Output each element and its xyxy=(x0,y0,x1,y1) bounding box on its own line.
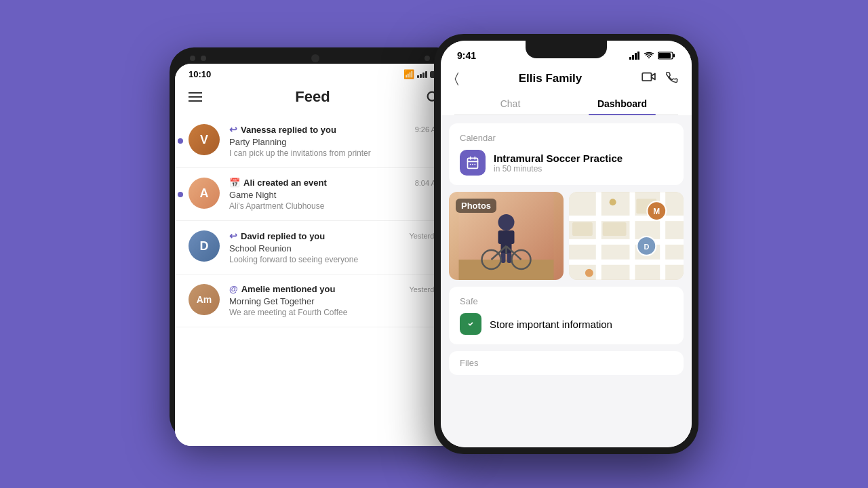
files-card[interactable]: Files xyxy=(449,351,684,375)
svg-rect-28 xyxy=(569,216,684,221)
hamburger-icon[interactable] xyxy=(189,92,202,102)
calendar-section-label: Calendar xyxy=(460,133,673,143)
iphone: 9:41 xyxy=(434,34,698,454)
iphone-tabs: Chat Dashboard xyxy=(454,93,678,115)
calendar-icon xyxy=(460,150,486,176)
wifi-icon xyxy=(644,52,654,60)
feed-item[interactable]: A 📅 Ali created an event 8:04 AM Game Ni… xyxy=(175,168,456,221)
feed-item-subtitle: School Reunion xyxy=(229,243,442,253)
svg-rect-15 xyxy=(459,260,554,280)
svg-rect-32 xyxy=(629,192,635,279)
svg-rect-29 xyxy=(569,239,684,245)
svg-rect-18 xyxy=(498,230,504,244)
svg-rect-11 xyxy=(470,164,471,165)
unread-dot xyxy=(178,138,183,144)
tab-dashboard[interactable]: Dashboard xyxy=(566,93,678,115)
feed-item-header: ↩ Vanessa replied to you 9:26 AM xyxy=(229,124,442,135)
svg-point-41 xyxy=(585,269,593,277)
iphone-status-icons xyxy=(629,52,675,60)
svg-rect-9 xyxy=(642,73,651,81)
svg-rect-13 xyxy=(475,164,476,165)
svg-point-16 xyxy=(498,214,515,230)
feed-item[interactable]: Am @ Amelie mentioned you Yesterday Morn… xyxy=(175,274,456,327)
call-icons xyxy=(642,71,678,86)
phones-container: 10:10 📶 xyxy=(170,34,698,454)
safe-card[interactable]: Safe Store important information xyxy=(449,287,684,344)
back-button[interactable]: 〈 xyxy=(454,70,459,86)
android-header: Feed xyxy=(175,82,456,115)
event-name: Intramural Soccer Practice xyxy=(494,152,623,164)
iphone-screen: 9:41 xyxy=(441,41,692,447)
feed-item-header: @ Amelie mentioned you Yesterday xyxy=(229,284,442,294)
android-camera xyxy=(311,54,319,62)
battery-icon xyxy=(658,52,675,60)
svg-rect-19 xyxy=(509,230,515,244)
phone-call-icon[interactable] xyxy=(666,71,678,86)
photos-map-row: Photos xyxy=(449,192,684,280)
calendar-info: Intramural Soccer Practice in 50 minutes xyxy=(494,152,623,174)
feed-item-content: ↩ Vanessa replied to you 9:26 AM Party P… xyxy=(229,124,442,158)
group-name: Ellis Family xyxy=(519,72,583,85)
event-time: in 50 minutes xyxy=(494,164,623,174)
svg-rect-36 xyxy=(572,222,593,236)
svg-rect-20 xyxy=(501,253,506,263)
svg-rect-8 xyxy=(658,53,671,58)
avatar: V xyxy=(189,124,220,155)
feed-item-subtitle: Game Night xyxy=(229,190,442,200)
svg-rect-30 xyxy=(569,260,684,265)
svg-rect-2 xyxy=(629,57,631,60)
feed-item-content: ↩ David replied to you Yesterday School … xyxy=(229,230,442,264)
feed-item-title: ↩ David replied to you xyxy=(229,230,325,241)
svg-point-42 xyxy=(610,199,616,205)
avatar: Am xyxy=(189,284,220,315)
calendar-item[interactable]: Intramural Soccer Practice in 50 minutes xyxy=(460,150,673,176)
files-section-label: Files xyxy=(460,358,673,368)
feed-item[interactable]: D ↩ David replied to you Yesterday Schoo… xyxy=(175,221,456,274)
signal-bars xyxy=(417,71,427,78)
map-card[interactable]: M D xyxy=(569,192,684,280)
svg-rect-31 xyxy=(596,192,601,279)
feed-item-body: Ali's Apartment Clubhouse xyxy=(229,201,442,211)
avatar: D xyxy=(189,230,220,262)
svg-rect-10 xyxy=(468,158,478,168)
svg-rect-5 xyxy=(637,52,639,60)
safe-item: Store important information xyxy=(460,313,673,335)
feed-item-header: ↩ David replied to you Yesterday xyxy=(229,230,442,241)
feed-item-content: 📅 Ali created an event 8:04 AM Game Nigh… xyxy=(229,178,442,211)
svg-text:M: M xyxy=(653,207,660,216)
svg-rect-4 xyxy=(635,53,637,60)
iphone-nav: 〈 Ellis Family xyxy=(454,70,678,86)
photos-card[interactable]: Photos xyxy=(449,192,564,280)
feed-item-header: 📅 Ali created an event 8:04 AM xyxy=(229,178,442,188)
feed-item-title: ↩ Vanessa replied to you xyxy=(229,124,336,135)
android-notch-bar xyxy=(175,53,456,64)
video-call-icon[interactable] xyxy=(642,71,656,86)
tab-chat[interactable]: Chat xyxy=(454,93,566,115)
iphone-dashboard-content: Calendar Intramural S xyxy=(441,115,692,447)
signal-icon xyxy=(629,52,640,60)
feed-item[interactable]: V ↩ Vanessa replied to you 9:26 AM Party… xyxy=(175,115,456,168)
unread-dot xyxy=(178,192,183,197)
svg-text:D: D xyxy=(644,243,649,251)
safe-icon xyxy=(460,313,481,335)
svg-rect-12 xyxy=(472,164,473,165)
feed-item-subtitle: Party Planning xyxy=(229,137,442,147)
feed-item-subtitle: Morning Get Together xyxy=(229,296,442,306)
iphone-header: 〈 Ellis Family xyxy=(441,65,692,115)
iphone-time: 9:41 xyxy=(457,50,476,61)
event-icon: 📅 xyxy=(229,178,240,188)
svg-rect-21 xyxy=(507,253,512,263)
photos-label: Photos xyxy=(456,199,496,213)
feed-item-body: We are meeting at Fourth Coffee xyxy=(229,308,442,317)
wifi-icon: 📶 xyxy=(403,69,414,79)
feed-item-body: Looking forward to seeing everyone xyxy=(229,255,442,264)
feed-list: V ↩ Vanessa replied to you 9:26 AM Party… xyxy=(175,115,456,446)
feed-item-body: I can pick up the invitations from print… xyxy=(229,148,442,158)
iphone-notch xyxy=(526,41,607,58)
reply-icon: ↩ xyxy=(229,230,237,241)
feed-item-title: 📅 Ali created an event xyxy=(229,178,327,188)
android-screen: 10:10 📶 xyxy=(175,64,456,446)
avatar: A xyxy=(189,178,220,209)
svg-rect-3 xyxy=(632,55,634,60)
calendar-card: Calendar Intramural S xyxy=(449,123,684,185)
